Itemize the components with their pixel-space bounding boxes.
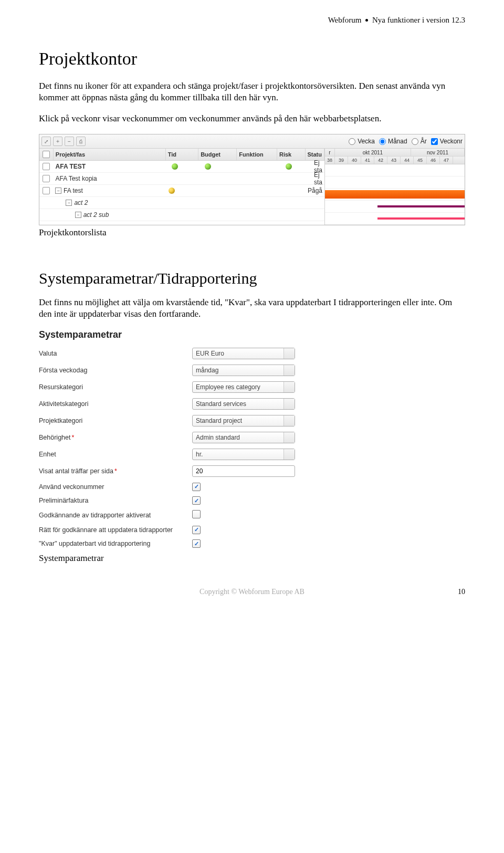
add-icon[interactable]: ＋ <box>53 137 62 146</box>
print-icon[interactable]: ⎙ <box>76 137 86 146</box>
col-projekt[interactable]: Projekt/fas <box>54 149 166 160</box>
caret-down-icon <box>287 403 291 405</box>
checkbox-veckonr[interactable]: ✓ <box>192 483 201 491</box>
row-name: AFA Test kopia <box>54 173 170 184</box>
shot2-caption: Systemparametrar <box>39 553 465 564</box>
checkbox-icon[interactable] <box>43 151 50 158</box>
dropdown-aktivitet[interactable]: Standard services <box>192 398 295 410</box>
collapse-icon[interactable]: − <box>65 137 74 146</box>
dropdown-resurs[interactable]: Employee res category <box>192 381 295 393</box>
toolbar: ⤢ ＋ − ⎙ Vecka Månad År Veckonr <box>39 134 465 149</box>
radio-vecka-text: Vecka <box>358 138 375 145</box>
col-funktion[interactable]: Funktion <box>237 149 277 160</box>
label-enhet: Enhet <box>39 451 192 458</box>
table-row[interactable]: AFA Test kopia Ej sta <box>39 173 324 185</box>
gantt-bar-icon[interactable] <box>377 205 465 207</box>
header-suffix: Nya funktioner i version 12.3 <box>372 16 465 24</box>
week-cell[interactable]: 45 <box>414 157 427 164</box>
radio-ar[interactable] <box>412 138 418 145</box>
checkbox-icon[interactable] <box>43 163 50 170</box>
checkbox-godk[interactable] <box>192 510 201 518</box>
tree-collapse-icon[interactable]: − <box>75 212 81 218</box>
shot1-caption: Projektkontorslista <box>39 227 465 238</box>
week-cell[interactable]: 40 <box>348 157 361 164</box>
col-check <box>39 149 54 160</box>
gantt-bar-icon[interactable] <box>377 217 465 220</box>
header-prefix: Webforum <box>328 16 362 24</box>
caret-down-icon <box>287 386 291 389</box>
expand-icon[interactable]: ⤢ <box>41 137 51 146</box>
checkbox-icon[interactable] <box>43 187 50 194</box>
checkbox-veckonr[interactable] <box>431 138 438 145</box>
table-row[interactable]: − act 2 sub <box>39 209 324 221</box>
week-cell[interactable]: 44 <box>401 157 414 164</box>
radio-vecka-label[interactable]: Vecka <box>349 138 375 145</box>
checkbox-veckonr-label[interactable]: Veckonr <box>431 138 463 145</box>
dropdown-projekt[interactable]: Standard project <box>192 415 295 426</box>
label-valuta: Valuta <box>39 350 192 357</box>
row-status: Ej sta <box>312 161 324 172</box>
col-budget[interactable]: Budget <box>198 149 237 160</box>
month-okt[interactable]: okt 2011 <box>335 149 411 156</box>
week-cell[interactable]: 43 <box>387 157 401 164</box>
section2-title: Systemparametrar/Tidrapportering <box>39 269 465 287</box>
checkbox-prelim[interactable]: ✓ <box>192 496 201 505</box>
label-veckonr: Använd veckonummer <box>39 483 192 491</box>
form-title: Systemparametrar <box>39 329 354 340</box>
radio-manad-label[interactable]: Månad <box>379 138 407 145</box>
input-traffar[interactable] <box>192 465 295 477</box>
week-cell[interactable]: 39 <box>335 157 348 164</box>
timeline-row <box>325 164 465 176</box>
month-nov[interactable]: nov 2011 <box>411 149 465 156</box>
dropdown-enhet[interactable]: hr. <box>192 449 295 460</box>
label-prelim: Preliminärfaktura <box>39 497 192 504</box>
dropdown-valuta[interactable]: EUR Euro <box>192 348 295 359</box>
radio-manad[interactable] <box>379 138 386 145</box>
week-cell[interactable]: 41 <box>361 157 374 164</box>
form-row-veckonr: Använd veckonummer ✓ <box>39 482 354 491</box>
radio-vecka[interactable] <box>349 138 355 145</box>
systemparametrar-screenshot: Systemparametrar Valuta EUR Euro Första … <box>39 329 354 548</box>
label-kvar: "Kvar" uppdaterbart vid tidrapportering <box>39 540 192 547</box>
month-pre: r <box>325 149 335 156</box>
caret-down-icon <box>287 420 291 422</box>
col-status[interactable]: Statu <box>306 149 325 160</box>
caret-down-icon <box>287 453 291 456</box>
col-risk[interactable]: Risk <box>277 149 306 160</box>
label-godk: Godkännande av tidrapporter aktiverat <box>39 512 192 519</box>
section2-p1: Det finns nu möjlighet att välja om kvar… <box>39 297 465 320</box>
checkbox-icon[interactable] <box>43 175 50 182</box>
week-cell[interactable]: 46 <box>427 157 440 164</box>
column-headers: Projekt/fas Tid Budget Funktion Risk Sta… <box>39 149 324 161</box>
table-row[interactable]: AFA TEST Ej sta <box>39 161 324 173</box>
table-row[interactable]: − act 2 <box>39 197 324 209</box>
week-cell[interactable]: 42 <box>374 157 387 164</box>
tree-collapse-icon[interactable]: − <box>55 188 61 194</box>
table-row[interactable]: − FA test Pågå <box>39 185 324 197</box>
form-row-enhet: Enhet hr. <box>39 449 354 460</box>
col-tid[interactable]: Tid <box>166 149 198 160</box>
radio-ar-text: År <box>421 138 427 145</box>
tree-collapse-icon[interactable]: − <box>66 200 72 206</box>
checkbox-kvar[interactable]: ✓ <box>192 539 201 548</box>
status-dot-icon <box>172 163 178 170</box>
dropdown-behorighet[interactable]: Admin standard <box>192 432 295 443</box>
form-row-projekt: Projektkategori Standard project <box>39 415 354 426</box>
timeline-row <box>325 201 465 213</box>
status-dot-icon <box>169 188 175 194</box>
bullet-icon <box>365 19 368 22</box>
dropdown-veckodag[interactable]: måndag <box>192 365 295 376</box>
timeline-row <box>325 213 465 225</box>
row-name: − FA test <box>53 185 166 196</box>
checkbox-ratt[interactable]: ✓ <box>192 526 201 534</box>
form-row-behorighet: Behörighet* Admin standard <box>39 432 354 443</box>
week-cell[interactable]: 38 <box>325 157 335 164</box>
radio-manad-text: Månad <box>388 138 407 145</box>
radio-ar-label[interactable]: År <box>412 138 427 145</box>
projektkontor-screenshot: ⤢ ＋ − ⎙ Vecka Månad År Veckonr <box>39 134 465 225</box>
label-traffar: Visat antal träffar per sida* <box>39 467 192 475</box>
week-cell[interactable]: 47 <box>440 157 453 164</box>
gantt-bar-icon[interactable] <box>325 190 465 199</box>
caret-down-icon <box>287 436 291 439</box>
label-aktivitet: Aktivitetskategori <box>39 400 192 408</box>
